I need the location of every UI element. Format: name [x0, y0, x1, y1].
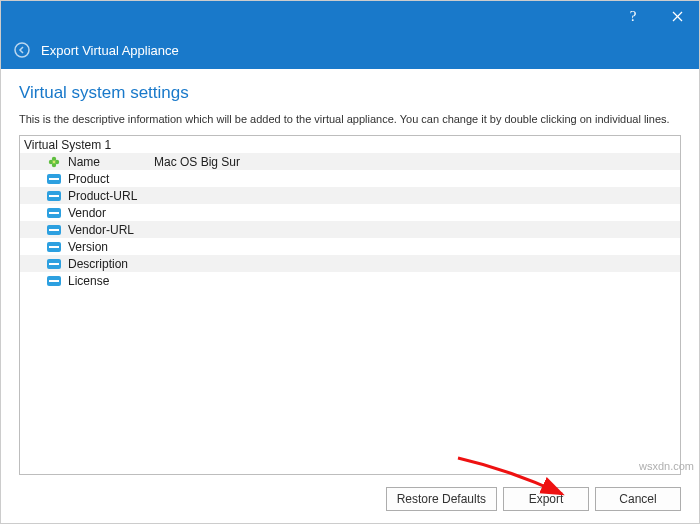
export-appliance-window: ? Export Virtual Appliance Virtual syste…: [0, 0, 700, 524]
row-label: Vendor-URL: [68, 223, 154, 237]
help-button[interactable]: ?: [611, 1, 655, 31]
field-icon: [46, 239, 62, 255]
field-icon: [46, 222, 62, 238]
name-icon: [46, 154, 62, 170]
row-label: Version: [68, 240, 154, 254]
row-label: License: [68, 274, 154, 288]
svg-point-2: [15, 43, 29, 57]
export-button[interactable]: Export: [503, 487, 589, 511]
table-row[interactable]: Name Mac OS Big Sur: [20, 153, 680, 170]
table-row[interactable]: Vendor: [20, 204, 680, 221]
row-label: Name: [68, 155, 154, 169]
table-row[interactable]: Product-URL: [20, 187, 680, 204]
row-label: Vendor: [68, 206, 154, 220]
row-label: Description: [68, 257, 154, 271]
field-icon: [46, 171, 62, 187]
field-icon: [46, 256, 62, 272]
content-area: Virtual system settings This is the desc…: [1, 69, 699, 475]
close-icon: [672, 11, 683, 22]
group-row[interactable]: Virtual System 1: [20, 136, 680, 153]
section-description: This is the descriptive information whic…: [19, 113, 681, 125]
row-label: Product-URL: [68, 189, 154, 203]
back-arrow-icon: [14, 42, 30, 58]
table-row[interactable]: Vendor-URL: [20, 221, 680, 238]
svg-point-7: [53, 160, 56, 163]
field-icon: [46, 205, 62, 221]
window-title: Export Virtual Appliance: [41, 43, 179, 58]
field-icon: [46, 188, 62, 204]
row-label: Product: [68, 172, 154, 186]
svg-point-6: [52, 162, 56, 166]
table-row[interactable]: Product: [20, 170, 680, 187]
field-icon: [46, 273, 62, 289]
row-value: Mac OS Big Sur: [154, 155, 676, 169]
footer: Restore Defaults Export Cancel: [1, 475, 699, 523]
table-row[interactable]: License: [20, 272, 680, 289]
table-row[interactable]: Description: [20, 255, 680, 272]
table-row[interactable]: Version: [20, 238, 680, 255]
section-title: Virtual system settings: [19, 83, 681, 103]
settings-list[interactable]: Virtual System 1 Name Mac OS Big Sur Pro…: [19, 135, 681, 475]
close-button[interactable]: [655, 1, 699, 31]
cancel-button[interactable]: Cancel: [595, 487, 681, 511]
header: Export Virtual Appliance: [1, 31, 699, 69]
group-label: Virtual System 1: [24, 138, 111, 152]
back-button[interactable]: [13, 41, 31, 59]
titlebar: ?: [1, 1, 699, 31]
restore-defaults-button[interactable]: Restore Defaults: [386, 487, 497, 511]
